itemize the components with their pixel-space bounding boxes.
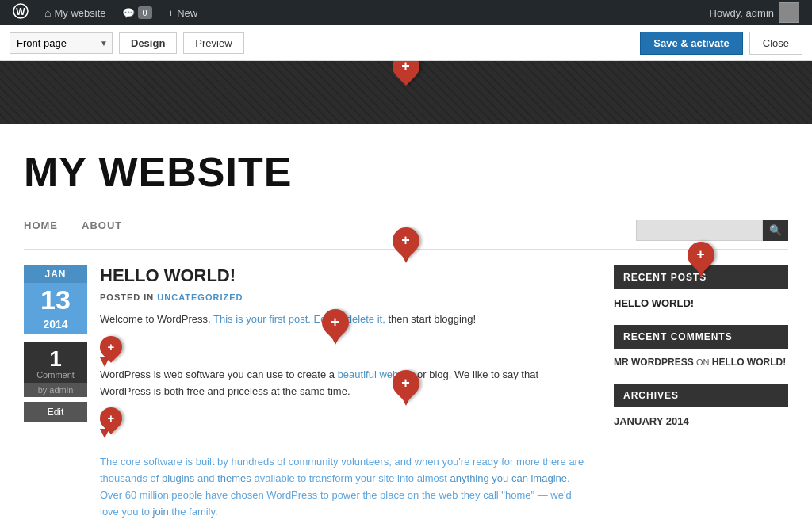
post-content-area: HELLO WORLD! POSTED IN UNCATEGORIZED + W…: [100, 266, 590, 529]
post-title: HELLO WORLD!: [100, 266, 590, 286]
content-area: + MY WEBSITE + HOME ABOUT 🔍 +: [0, 61, 812, 531]
post-body2: WordPress is web software you can use to…: [100, 367, 590, 400]
site-main: MY WEBSITE + HOME ABOUT 🔍 +: [0, 124, 812, 531]
save-activate-button[interactable]: Save & activate: [640, 32, 742, 55]
comment-count-label: Comment: [24, 370, 87, 380]
join-link[interactable]: join: [153, 506, 169, 518]
post-body3: The core software is built by hundreds o…: [100, 454, 590, 520]
toolbar-right: Save & activate Close: [640, 32, 802, 55]
add-pin-top[interactable]: +: [393, 61, 419, 80]
post-body1-text: Welcome to WordPress. This is your first…: [100, 313, 476, 325]
date-box: JAN 13 2014: [24, 266, 87, 334]
add-pin-nav[interactable]: +: [393, 370, 419, 406]
site-name-link[interactable]: ⌂ My website: [38, 0, 113, 25]
recent-post-link-1[interactable]: HELLO WORLD!: [614, 297, 788, 309]
home-icon: ⌂: [44, 6, 51, 19]
plus-icon: +: [401, 61, 410, 73]
add-pin-sidebar[interactable]: +: [688, 242, 714, 277]
sidebar-col: + RECENT POSTS HELLO WORLD! RECENT COMME…: [614, 266, 788, 529]
site-title: MY WEBSITE: [24, 124, 788, 212]
search-icon: 🔍: [769, 224, 782, 236]
search-input[interactable]: [636, 220, 763, 241]
comment-count-num: 1: [24, 348, 87, 370]
post-body2-text: WordPress is web software you can use to…: [100, 369, 538, 397]
new-label: New: [177, 7, 197, 19]
toolbar: Front page ▼ Design Preview Save & activ…: [0, 25, 812, 61]
page-select[interactable]: Front page: [10, 32, 113, 54]
close-button[interactable]: Close: [749, 32, 802, 55]
main-col: JAN 13 2014 1 Comment by admin Edit: [24, 266, 590, 529]
admin-bar-right: Howdy, admin: [703, 2, 806, 23]
add-pin-post1[interactable]: +: [322, 309, 349, 345]
anything-link[interactable]: anything you can imagine: [450, 472, 567, 484]
posted-in-label: POSTED IN: [100, 292, 154, 302]
nav-spacer: [146, 220, 612, 241]
plus-icon: +: [107, 341, 114, 353]
plus-icon: +: [401, 376, 410, 390]
comments-icon: 💬: [122, 7, 135, 19]
howdy-text: Howdy, admin: [710, 7, 774, 19]
comments-link[interactable]: 💬 0: [116, 0, 159, 25]
on-text: ON: [696, 357, 710, 367]
comment-by: by admin: [24, 383, 87, 397]
page-select-wrapper: Front page ▼: [10, 32, 113, 54]
plus-icon: +: [168, 7, 174, 19]
plus-icon: +: [107, 412, 114, 424]
comment-post-link[interactable]: HELLO WORLD!: [712, 357, 786, 368]
first-post-link[interactable]: This is your first post. Edit or delete …: [213, 313, 385, 325]
site-name-text: My website: [54, 7, 105, 19]
post-entry: JAN 13 2014 1 Comment by admin Edit: [24, 266, 590, 529]
admin-bar-left: W ⌂ My website 💬 0 + New: [6, 0, 703, 25]
archives-title: ARCHIVES: [614, 384, 788, 407]
howdy-area: Howdy, admin: [703, 2, 806, 23]
add-pin-title[interactable]: +: [393, 227, 419, 263]
post-category[interactable]: UNCATEGORIZED: [157, 292, 243, 302]
new-content-link[interactable]: + New: [162, 0, 205, 25]
date-month: JAN: [24, 266, 87, 283]
search-button[interactable]: 🔍: [763, 220, 788, 241]
svg-text:W: W: [16, 6, 25, 17]
site-header-bg: +: [0, 61, 812, 124]
commenter-name: MR WORDPRESS: [614, 357, 694, 368]
recent-comments-title: RECENT COMMENTS: [614, 325, 788, 349]
comment-count-badge: 0: [138, 6, 152, 19]
comment-count-box: 1 Comment: [24, 342, 87, 383]
date-year: 2014: [24, 316, 87, 334]
recent-comments-widget: RECENT COMMENTS MR WORDPRESS ON HELLO WO…: [614, 325, 788, 368]
plus-icon: +: [401, 233, 410, 247]
posted-in: POSTED IN UNCATEGORIZED: [100, 292, 590, 302]
archives-widget: ARCHIVES JANUARY 2014: [614, 384, 788, 427]
wp-logo[interactable]: W: [6, 3, 35, 23]
plugins-link[interactable]: plugins: [162, 472, 194, 484]
date-day: 13: [24, 283, 87, 316]
toolbar-left: Front page ▼ Design Preview: [10, 32, 640, 54]
preview-button[interactable]: Preview: [183, 32, 243, 54]
archive-link-1[interactable]: JANUARY 2014: [614, 415, 689, 427]
search-area: 🔍: [636, 220, 788, 241]
recent-comment-1: MR WORDPRESS ON HELLO WORLD!: [614, 357, 788, 368]
plus-icon: +: [696, 247, 705, 262]
themes-link[interactable]: themes: [217, 472, 251, 484]
post-body3-text: The core software is built by hundreds o…: [100, 456, 584, 517]
nav-about[interactable]: ABOUT: [82, 220, 122, 241]
design-button[interactable]: Design: [119, 32, 177, 54]
plus-icon: +: [331, 315, 339, 329]
admin-bar: W ⌂ My website 💬 0 + New Howdy, admin: [0, 0, 812, 25]
post-meta-col: JAN 13 2014 1 Comment by admin Edit: [24, 266, 87, 529]
nav-home[interactable]: HOME: [24, 220, 58, 241]
edit-button[interactable]: Edit: [24, 402, 87, 422]
user-avatar: [779, 2, 799, 23]
